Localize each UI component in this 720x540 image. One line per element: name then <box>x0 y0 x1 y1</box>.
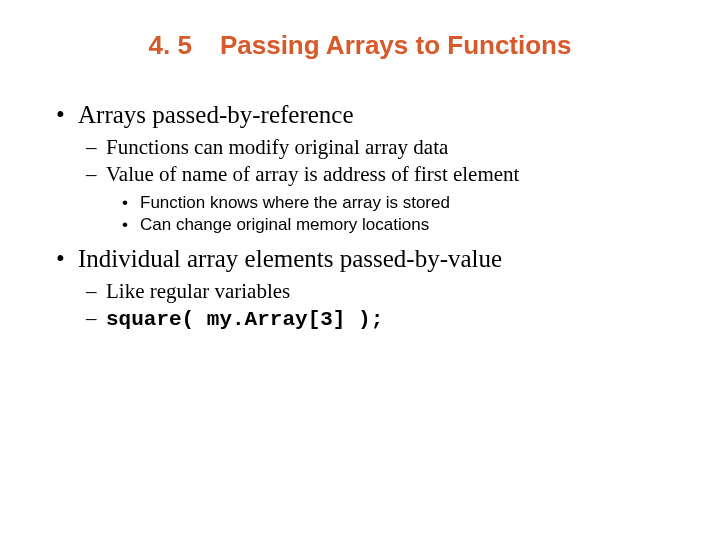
bullet-list-level1: Arrays passed-by-reference Functions can… <box>40 101 680 331</box>
slide-title: 4. 5Passing Arrays to Functions <box>40 30 680 61</box>
bullet-text: Can change original memory locations <box>140 215 429 234</box>
bullet-item: Can change original memory locations <box>140 215 680 235</box>
bullet-list-level2: Functions can modify original array data… <box>78 135 680 235</box>
title-text: Passing Arrays to Functions <box>220 30 572 60</box>
bullet-list-level2: Like regular variables square( my.Array[… <box>78 279 680 331</box>
bullet-item: Like regular variables <box>106 279 680 304</box>
bullet-item: Individual array elements passed-by-valu… <box>78 245 680 331</box>
title-number: 4. 5 <box>149 30 192 61</box>
bullet-item: Functions can modify original array data <box>106 135 680 160</box>
bullet-text: Functions can modify original array data <box>106 135 448 159</box>
bullet-code: square( my.Array[3] ); <box>106 308 383 331</box>
bullet-item: Value of name of array is address of fir… <box>106 162 680 235</box>
bullet-list-level3: Function knows where the array is stored… <box>106 193 680 235</box>
bullet-text: Function knows where the array is stored <box>140 193 450 212</box>
bullet-item: square( my.Array[3] ); <box>106 306 680 331</box>
bullet-item: Function knows where the array is stored <box>140 193 680 213</box>
bullet-text: Individual array elements passed-by-valu… <box>78 245 502 272</box>
bullet-text: Like regular variables <box>106 279 290 303</box>
bullet-text: Value of name of array is address of fir… <box>106 162 519 186</box>
bullet-text: Arrays passed-by-reference <box>78 101 354 128</box>
slide-container: 4. 5Passing Arrays to Functions Arrays p… <box>0 0 720 361</box>
bullet-item: Arrays passed-by-reference Functions can… <box>78 101 680 235</box>
